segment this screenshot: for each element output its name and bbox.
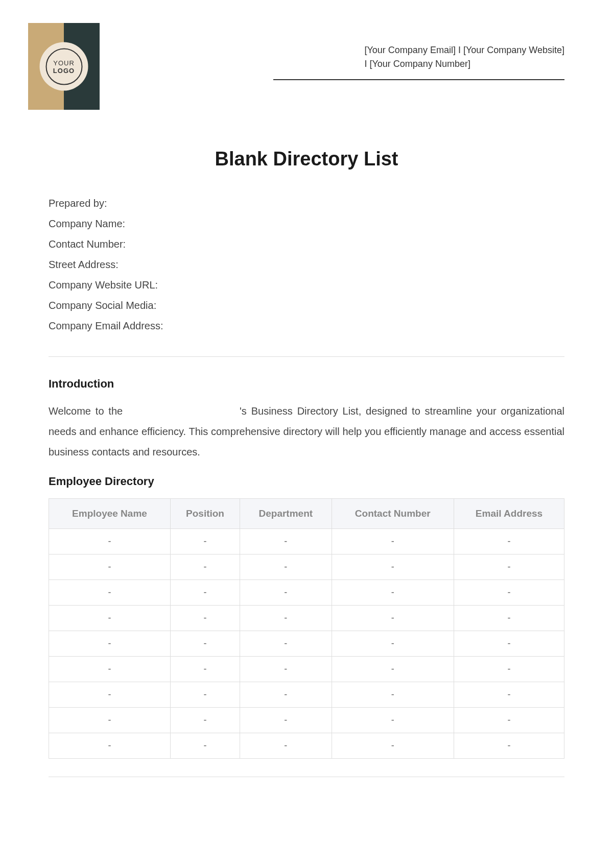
table-cell: - xyxy=(240,657,332,682)
table-cell: - xyxy=(454,631,564,657)
table-cell: - xyxy=(49,554,171,580)
employee-directory-heading: Employee Directory xyxy=(49,475,564,488)
col-contact-number: Contact Number xyxy=(332,499,454,529)
header-line-2: I [Your Company Number] xyxy=(364,57,564,71)
table-cell: - xyxy=(49,580,171,606)
table-cell: - xyxy=(332,708,454,733)
table-row: ----- xyxy=(49,708,564,733)
field-prepared-by: Prepared by: xyxy=(49,193,564,213)
table-cell: - xyxy=(170,554,240,580)
logo-circle: YOUR LOGO xyxy=(40,42,88,91)
logo-circle-inner: YOUR LOGO xyxy=(45,48,82,85)
intro-text-pre: Welcome to the xyxy=(49,405,127,417)
table-row: ----- xyxy=(49,580,564,606)
logo-placeholder: YOUR LOGO xyxy=(28,23,100,110)
table-cell: - xyxy=(332,606,454,631)
table-cell: - xyxy=(170,631,240,657)
section-divider xyxy=(49,356,564,357)
table-cell: - xyxy=(240,631,332,657)
table-cell: - xyxy=(332,733,454,759)
table-cell: - xyxy=(332,631,454,657)
col-employee-name: Employee Name xyxy=(49,499,171,529)
table-cell: - xyxy=(332,657,454,682)
table-cell: - xyxy=(240,733,332,759)
table-cell: - xyxy=(454,708,564,733)
intro-heading: Introduction xyxy=(49,377,564,391)
table-cell: - xyxy=(332,580,454,606)
table-cell: - xyxy=(240,708,332,733)
table-header-row: Employee Name Position Department Contac… xyxy=(49,499,564,529)
table-cell: - xyxy=(332,682,454,708)
table-cell: - xyxy=(170,733,240,759)
page-title: Blank Directory List xyxy=(49,148,564,170)
logo-text-top: YOUR xyxy=(53,59,75,66)
field-street-address: Street Address: xyxy=(49,254,564,275)
table-cell: - xyxy=(170,529,240,554)
table-cell: - xyxy=(454,657,564,682)
header-divider xyxy=(273,79,564,80)
table-cell: - xyxy=(170,682,240,708)
field-website-url: Company Website URL: xyxy=(49,275,564,295)
company-info-fields: Prepared by: Company Name: Contact Numbe… xyxy=(49,193,564,336)
table-cell: - xyxy=(49,733,171,759)
header-line-1: [Your Company Email] I [Your Company Web… xyxy=(364,43,564,57)
table-cell: - xyxy=(49,631,171,657)
table-cell: - xyxy=(454,682,564,708)
table-cell: - xyxy=(240,554,332,580)
table-row: ----- xyxy=(49,682,564,708)
table-row: ----- xyxy=(49,631,564,657)
header-company-info: [Your Company Email] I [Your Company Web… xyxy=(364,43,564,71)
field-company-name: Company Name: xyxy=(49,213,564,234)
table-cell: - xyxy=(170,657,240,682)
table-cell: - xyxy=(240,580,332,606)
table-cell: - xyxy=(454,554,564,580)
table-cell: - xyxy=(49,657,171,682)
col-position: Position xyxy=(170,499,240,529)
table-cell: - xyxy=(49,682,171,708)
field-contact-number: Contact Number: xyxy=(49,234,564,254)
table-cell: - xyxy=(454,733,564,759)
table-cell: - xyxy=(240,682,332,708)
table-row: ----- xyxy=(49,529,564,554)
intro-paragraph: Welcome to the 's Business Directory Lis… xyxy=(49,401,564,462)
table-cell: - xyxy=(332,554,454,580)
table-cell: - xyxy=(49,529,171,554)
table-cell: - xyxy=(332,529,454,554)
table-cell: - xyxy=(454,580,564,606)
table-cell: - xyxy=(240,606,332,631)
table-row: ----- xyxy=(49,733,564,759)
table-cell: - xyxy=(49,606,171,631)
col-email-address: Email Address xyxy=(454,499,564,529)
table-row: ----- xyxy=(49,657,564,682)
table-cell: - xyxy=(170,708,240,733)
table-cell: - xyxy=(49,708,171,733)
table-cell: - xyxy=(240,529,332,554)
table-row: ----- xyxy=(49,606,564,631)
table-cell: - xyxy=(170,606,240,631)
table-row: ----- xyxy=(49,554,564,580)
bottom-divider xyxy=(49,777,564,777)
field-social-media: Company Social Media: xyxy=(49,295,564,316)
field-email-address: Company Email Address: xyxy=(49,316,564,336)
table-cell: - xyxy=(454,529,564,554)
logo-text-bottom: LOGO xyxy=(53,66,75,74)
table-cell: - xyxy=(170,580,240,606)
col-department: Department xyxy=(240,499,332,529)
table-cell: - xyxy=(454,606,564,631)
employee-directory-table: Employee Name Position Department Contac… xyxy=(49,498,564,759)
